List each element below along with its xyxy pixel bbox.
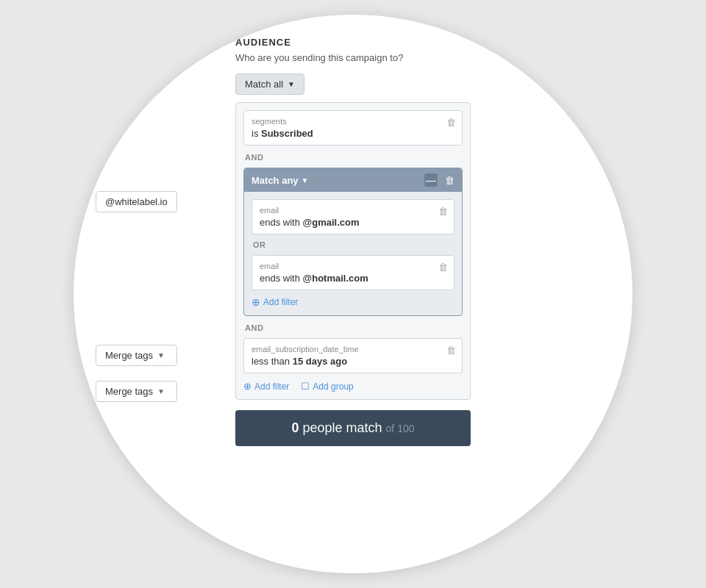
- bottom-actions: ⊕ Add filter ☐ Add group: [243, 381, 463, 392]
- plus-circle-icon: ⊕: [252, 296, 260, 308]
- merge-tags-button-2[interactable]: Merge tags ▼: [96, 381, 177, 402]
- email-gmail-filter-row: email ends with @gmail.com 🗑: [252, 199, 454, 234]
- and-connector-1: AND: [243, 153, 463, 162]
- left-inputs: @whitelabel.io Merge tags ▼ Merge tags ▼: [96, 191, 177, 402]
- chevron-down-icon: ▼: [157, 387, 165, 395]
- audience-panel: AUDIENCE Who are you sending this campai…: [235, 37, 471, 446]
- chevron-down-icon: ▼: [157, 351, 165, 359]
- and-connector-2: AND: [243, 323, 463, 332]
- match-any-dropdown[interactable]: Match any ▼: [252, 175, 308, 186]
- whitelabel-input[interactable]: @whitelabel.io: [96, 191, 177, 212]
- segments-field-label: segments: [252, 117, 454, 126]
- plus-circle-icon: ⊕: [243, 381, 252, 392]
- add-filter-link[interactable]: ⊕ Add filter: [243, 381, 289, 392]
- match-any-group: Match any ▼ — 🗑 email ends with @gmail.c…: [243, 168, 463, 316]
- match-of-total: of 100: [386, 423, 415, 434]
- trash-icon[interactable]: 🗑: [446, 345, 456, 356]
- circle-container: @whitelabel.io Merge tags ▼ Merge tags ▼…: [74, 15, 632, 573]
- match-any-label: Match any: [252, 175, 299, 186]
- audience-title: AUDIENCE: [235, 37, 471, 48]
- match-all-label: Match all: [245, 79, 283, 90]
- trash-icon[interactable]: 🗑: [445, 175, 454, 186]
- merge-tags-button-1[interactable]: Merge tags ▼: [96, 345, 177, 366]
- match-any-header: Match any ▼ — 🗑: [244, 168, 462, 192]
- add-group-icon: ☐: [301, 381, 310, 392]
- subscription-field-value: less than 15 days ago: [252, 356, 454, 367]
- minus-button[interactable]: —: [424, 173, 438, 187]
- match-all-dropdown[interactable]: Match all ▼: [235, 74, 304, 95]
- email-field-label-1: email: [260, 206, 446, 215]
- email-field-value-1: ends with @gmail.com: [260, 217, 446, 228]
- match-text: 0 people match of 100: [249, 420, 457, 436]
- match-any-body: email ends with @gmail.com 🗑 OR email en…: [244, 192, 462, 315]
- subscription-filter-row: email_subscription_date_time less than 1…: [243, 338, 463, 373]
- segments-field-value: is Subscribed: [252, 128, 454, 139]
- segments-filter-row: segments is Subscribed 🗑: [243, 110, 463, 146]
- trash-icon[interactable]: 🗑: [438, 206, 448, 217]
- audience-subtitle: Who are you sending this campaign to?: [235, 52, 471, 63]
- email-hotmail-filter-row: email ends with @hotmail.com 🗑: [252, 255, 454, 290]
- chevron-down-icon: ▼: [288, 80, 295, 88]
- add-group-link[interactable]: ☐ Add group: [301, 381, 353, 392]
- email-field-value-2: ends with @hotmail.com: [260, 273, 446, 284]
- chevron-down-icon: ▼: [302, 176, 309, 184]
- add-filter-link-inner[interactable]: ⊕ Add filter: [252, 296, 454, 308]
- trash-icon[interactable]: 🗑: [438, 262, 448, 273]
- trash-icon[interactable]: 🗑: [446, 117, 456, 128]
- subscription-field-label: email_subscription_date_time: [252, 345, 454, 354]
- match-middle-text: people match: [303, 420, 386, 435]
- people-match-bar: 0 people match of 100: [235, 410, 471, 446]
- email-field-label-2: email: [260, 262, 446, 270]
- outer-filter-box: segments is Subscribed 🗑 AND Match any ▼: [235, 102, 471, 400]
- or-connector: OR: [252, 240, 454, 249]
- match-count: 0: [291, 420, 299, 435]
